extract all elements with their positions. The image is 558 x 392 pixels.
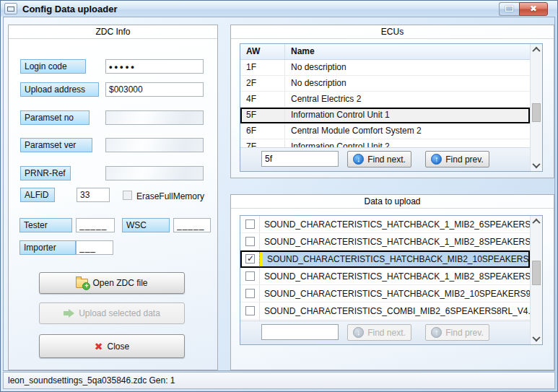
item-checkbox-checked[interactable] xyxy=(245,254,255,263)
list-item-label: SOUND_CHARACTERISTICS_COMBI_MIB2_6SPEAKE… xyxy=(260,302,530,319)
chevron-down-icon xyxy=(532,160,540,168)
table-row-selected[interactable]: 5F Information Control Unit 1 xyxy=(240,108,530,123)
importer-field[interactable] xyxy=(76,240,113,255)
status-text: leon_soundsettings_5qa035846.zdc Gen: 1 xyxy=(8,375,175,386)
item-checkbox[interactable] xyxy=(245,289,255,298)
table-row[interactable]: 1F No description xyxy=(240,60,530,76)
erase-full-memory-label: EraseFullMemory xyxy=(136,191,204,201)
scrollbar-thumb[interactable] xyxy=(532,103,541,122)
data-to-upload-title: Data to upload xyxy=(231,195,554,209)
scroll-up-button[interactable] xyxy=(531,216,542,227)
login-code-field[interactable] xyxy=(105,59,204,74)
alfid-field[interactable] xyxy=(77,188,110,202)
importer-label-button[interactable]: Importer xyxy=(19,240,76,255)
ecu-name: Information Control Unit 1 xyxy=(285,108,530,123)
upload-address-field[interactable] xyxy=(105,82,204,97)
ecus-title: ECUs xyxy=(231,25,554,39)
ecu-table: AW Name 1F No description 2F No descript… xyxy=(240,43,543,172)
ecus-group: ECUs AW Name 1F No description 2F xyxy=(230,25,554,178)
table-row[interactable]: 4F Central Electrics 2 xyxy=(240,92,530,108)
paramset-ver-label-button[interactable]: Paramset ver xyxy=(20,138,92,152)
status-bar: leon_soundsettings_5qa035846.zdc Gen: 1 xyxy=(3,372,555,389)
wsc-label-button[interactable]: WSC xyxy=(122,218,170,232)
upload-selected-data-button[interactable]: Upload selected data xyxy=(39,302,185,324)
ecu-table-header[interactable]: AW Name xyxy=(240,44,530,60)
client-area: ZDC Info Login code Upload address Param… xyxy=(3,17,555,371)
tester-field[interactable] xyxy=(76,218,115,232)
table-row[interactable]: 6F Central Module Comfort System 2 xyxy=(240,123,530,139)
data-scrollbar[interactable] xyxy=(530,216,542,344)
list-item[interactable]: SOUND_CHARACTERISTICS_COMBI_MIB2_6SPEAKE… xyxy=(240,302,530,320)
scroll-up-button[interactable] xyxy=(531,44,542,56)
ecu-find-input[interactable] xyxy=(261,151,339,167)
data-find-next-button[interactable]: ↓ Find next. xyxy=(347,324,411,341)
wsc-field[interactable] xyxy=(173,218,211,232)
list-item[interactable]: SOUND_CHARACTERISTICS_HATCHBACK_1_MIB2_6… xyxy=(240,216,530,233)
open-zdc-file-button[interactable]: Open ZDC file xyxy=(39,272,185,294)
ecu-aw: 4F xyxy=(240,92,285,107)
data-list: SOUND_CHARACTERISTICS_HATCHBACK_1_MIB2_6… xyxy=(240,215,543,345)
erase-full-memory-checkbox[interactable] xyxy=(123,191,132,200)
arrow-down-circle-icon: ↓ xyxy=(353,327,364,338)
list-item-selected[interactable]: SOUND_CHARACTERISTICS_HATCHBACK_MIB2_10S… xyxy=(240,251,530,268)
upload-arrow-icon xyxy=(64,309,74,318)
ecu-aw: 5F xyxy=(240,108,285,123)
app-window: Config Data uploader ✖ ZDC Info Login co… xyxy=(0,0,558,392)
column-header-name[interactable]: Name xyxy=(285,44,530,59)
zdc-info-group: ZDC Info Login code Upload address Param… xyxy=(8,25,218,370)
item-checkbox[interactable] xyxy=(245,219,255,229)
close-window-button[interactable]: ✖ xyxy=(519,2,548,16)
prnr-ref-label-button[interactable]: PRNR-Ref xyxy=(20,166,71,180)
list-item-label: SOUND_CHARACTERISTICS_HATCHBACK_1_MIB2_8… xyxy=(260,233,530,250)
paramset-ver-field xyxy=(105,138,204,152)
data-find-bar: ↓ Find next. ↑ Find prev. xyxy=(240,321,530,344)
paramset-no-label-button[interactable]: Paramset no xyxy=(20,110,90,125)
ecu-scrollbar[interactable] xyxy=(530,44,542,171)
app-icon[interactable] xyxy=(4,3,17,14)
chevron-down-icon xyxy=(532,334,540,341)
column-header-aw[interactable]: AW xyxy=(240,44,285,59)
chevron-up-icon xyxy=(532,47,540,55)
minimize-button[interactable] xyxy=(499,2,519,16)
ecu-name: No description xyxy=(285,76,530,91)
ecu-aw: 2F xyxy=(240,76,285,91)
list-item-label: SOUND_CHARACTERISTICS_HATCHBACK_MIB2_10S… xyxy=(263,251,530,267)
checkbox-cell xyxy=(240,251,260,267)
data-find-input[interactable] xyxy=(261,324,339,340)
prnr-ref-field xyxy=(105,166,204,180)
ecu-find-bar: ↓ Find next. ↑ Find prev. xyxy=(240,147,530,171)
upload-address-label-button[interactable]: Upload address xyxy=(20,82,99,97)
close-icon: ✖ xyxy=(530,4,537,14)
arrow-up-circle-icon: ↑ xyxy=(431,327,442,338)
chevron-up-icon xyxy=(532,219,540,227)
ecu-aw: 6F xyxy=(240,123,285,139)
ecu-name: Central Module Comfort System 2 xyxy=(285,123,530,139)
ecu-find-next-button[interactable]: ↓ Find next. xyxy=(347,151,411,167)
scroll-down-button[interactable] xyxy=(531,333,542,344)
scrollbar-thumb[interactable] xyxy=(532,261,541,285)
item-checkbox[interactable] xyxy=(245,237,255,246)
open-folder-icon xyxy=(76,279,88,288)
scroll-down-button[interactable] xyxy=(531,160,542,171)
title-bar[interactable]: Config Data uploader ✖ xyxy=(1,1,557,17)
tester-label-button[interactable]: Tester xyxy=(19,218,72,232)
ecu-name: Central Electrics 2 xyxy=(285,92,530,107)
ecu-name: No description xyxy=(285,60,530,75)
checkbox-cell xyxy=(240,216,260,232)
close-button[interactable]: ✖ Close xyxy=(39,334,185,358)
list-item[interactable]: SOUND_CHARACTERISTICS_HATCHBACK_1_MIB2_8… xyxy=(240,268,530,285)
list-item-label: SOUND_CHARACTERISTICS_HATCHBACK_MIB2_10S… xyxy=(260,285,530,302)
checkbox-cell xyxy=(240,268,260,284)
checkbox-cell xyxy=(240,302,260,319)
item-checkbox[interactable] xyxy=(245,271,255,281)
alfid-label-button[interactable]: ALFiD xyxy=(20,188,55,202)
item-checkbox[interactable] xyxy=(245,306,255,315)
list-item[interactable]: SOUND_CHARACTERISTICS_HATCHBACK_MIB2_10S… xyxy=(240,285,530,302)
close-x-icon: ✖ xyxy=(95,341,103,352)
table-row[interactable]: 2F No description xyxy=(240,76,530,92)
data-find-prev-button[interactable]: ↑ Find prev. xyxy=(425,324,489,341)
login-code-label-button[interactable]: Login code xyxy=(20,59,86,74)
list-item[interactable]: SOUND_CHARACTERISTICS_HATCHBACK_1_MIB2_8… xyxy=(240,233,530,251)
list-item-label: SOUND_CHARACTERISTICS_HATCHBACK_1_MIB2_8… xyxy=(260,268,530,284)
ecu-find-prev-button[interactable]: ↑ Find prev. xyxy=(425,151,489,167)
